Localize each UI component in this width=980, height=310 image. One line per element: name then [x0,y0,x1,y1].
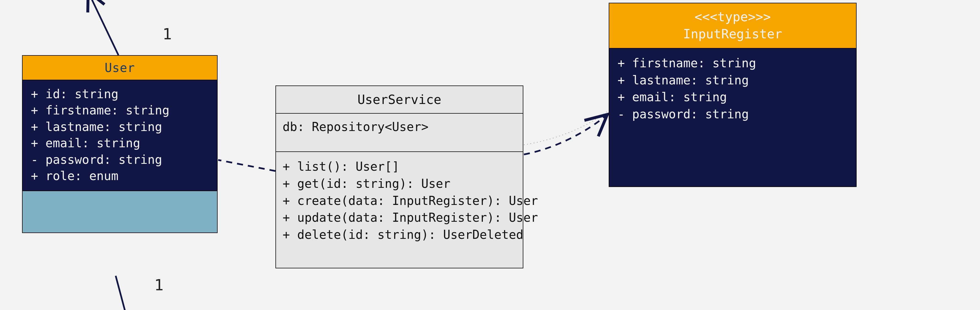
edge-service-user [218,160,275,171]
class-user-attrs: + id: string + firstname: string + lastn… [22,80,217,191]
multiplicity-bottom: 1 [154,276,164,294]
edge-service-inputregister [524,115,607,155]
class-userservice-title: UserService [276,86,523,113]
method-row: + get(id: string): User [283,175,516,192]
class-inputregister-header: <<<type>>> InputRegister [609,3,856,48]
attr-row: + id: string [31,86,209,102]
class-user: User + id: string + firstname: string + … [22,55,218,233]
method-row: + update(data: InputRegister): User [283,209,516,226]
class-user-methods [22,191,217,232]
edge-guide-service-inputregister [524,110,609,145]
attr-row: - password: string [617,105,848,123]
method-row: + create(data: InputRegister): User [283,192,516,209]
class-userservice-attrs: db: Repository<User> [276,113,523,152]
class-inputregister: <<<type>>> InputRegister + firstname: st… [609,3,857,187]
attr-row: + firstname: string [31,102,209,118]
attr-row: + firstname: string [617,54,848,72]
class-inputregister-attrs: + firstname: string + lastname: string +… [609,48,856,187]
method-row: + list(): User[] [283,158,516,175]
attr-row: + email: string [31,135,209,151]
attr-row: db: Repository<User> [283,118,516,135]
diagram-canvas: 1 1 User + id: string + firstname: strin… [0,0,980,310]
edge-user-top [88,0,118,55]
class-userservice-methods: + list(): User[] + get(id: string): User… [276,152,523,268]
edge-user-bottom [116,276,127,310]
attr-row: + email: string [617,88,848,105]
attr-row: + lastname: string [617,72,848,89]
stereotype-label: <<<type>>> [612,8,853,26]
attr-row: + lastname: string [31,118,209,135]
attr-row: - password: string [31,152,209,168]
multiplicity-top: 1 [162,25,172,43]
attr-row: + role: enum [31,168,209,184]
class-user-title: User [22,56,217,80]
class-inputregister-title: InputRegister [612,26,853,43]
method-row: + delete(id: string): UserDeleted [283,226,516,243]
class-userservice: UserService db: Repository<User> + list(… [275,86,523,268]
